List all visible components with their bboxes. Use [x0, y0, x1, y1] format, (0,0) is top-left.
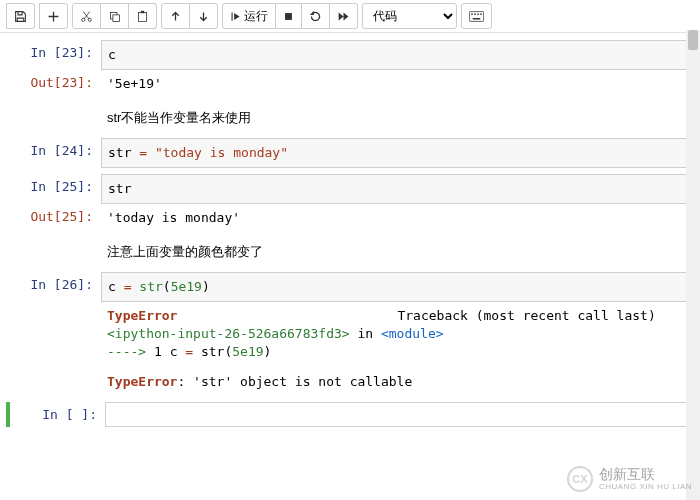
cut-icon [80, 10, 93, 23]
copy-icon [108, 10, 121, 23]
out-prompt: Out[23]: [6, 70, 101, 98]
move-down-button[interactable] [190, 3, 218, 29]
code-input[interactable]: str = "today is monday" [101, 138, 694, 168]
code-cell[interactable]: In [26]: c = str(5e19) TypeErrorTracebac… [6, 272, 694, 396]
code-cell[interactable]: In [24]: str = "today is monday" [6, 138, 694, 168]
copy-button[interactable] [101, 3, 129, 29]
code-input[interactable]: c = str(5e19) [101, 272, 694, 302]
keyboard-icon [469, 11, 484, 22]
stop-icon [283, 11, 294, 22]
notebook-cells: In [23]: c Out[23]: '5e+19' str不能当作变量名来使… [0, 33, 700, 427]
in-prompt: In [26]: [6, 272, 101, 302]
arrow-up-icon [169, 10, 182, 23]
svg-rect-3 [113, 14, 120, 21]
plus-icon [47, 10, 60, 23]
code-cell[interactable]: In [23]: c Out[23]: '5e+19' [6, 40, 694, 98]
restart-run-all-button[interactable] [330, 3, 358, 29]
svg-rect-7 [469, 11, 483, 21]
run-label: 运行 [244, 10, 268, 22]
watermark: CX 创新互联 CHUANG XIN HU LIAN [567, 466, 692, 492]
run-icon [230, 11, 241, 22]
output-text: '5e+19' [101, 70, 694, 98]
code-input[interactable]: c [101, 40, 694, 70]
in-prompt: In [24]: [6, 138, 101, 168]
svg-rect-4 [138, 12, 146, 21]
markdown-text: str不能当作变量名来使用 [101, 104, 694, 132]
out-prompt: Out[25]: [6, 204, 101, 232]
watermark-logo-icon: CX [567, 466, 593, 492]
svg-rect-10 [477, 13, 479, 15]
scroll-thumb[interactable] [688, 30, 698, 50]
error-output: TypeErrorTraceback (most recent call las… [101, 302, 694, 396]
code-cell[interactable]: In [25]: str Out[25]: 'today is monday' [6, 174, 694, 232]
markdown-text: 注意上面变量的颜色都变了 [101, 238, 694, 266]
save-button[interactable] [6, 3, 35, 29]
code-input[interactable]: str [101, 174, 694, 204]
cut-button[interactable] [72, 3, 101, 29]
svg-rect-12 [473, 18, 481, 20]
move-up-button[interactable] [161, 3, 190, 29]
svg-rect-9 [474, 13, 476, 15]
arrow-down-icon [197, 10, 210, 23]
insert-cell-button[interactable] [39, 3, 68, 29]
paste-button[interactable] [129, 3, 157, 29]
paste-icon [136, 10, 149, 23]
markdown-cell[interactable]: str不能当作变量名来使用 [6, 104, 694, 132]
svg-rect-6 [285, 13, 292, 20]
code-cell[interactable]: In [ ]: [6, 402, 694, 427]
output-text: 'today is monday' [101, 204, 694, 232]
celltype-select[interactable]: 代码 [362, 3, 457, 29]
command-palette-button[interactable] [461, 3, 492, 29]
save-icon [14, 10, 27, 23]
fast-forward-icon [337, 10, 350, 23]
code-input[interactable] [105, 402, 694, 427]
interrupt-button[interactable] [276, 3, 302, 29]
scrollbar[interactable] [686, 30, 700, 500]
in-prompt: In [25]: [6, 174, 101, 204]
restart-icon [309, 10, 322, 23]
svg-rect-11 [480, 13, 482, 15]
restart-button[interactable] [302, 3, 330, 29]
toolbar: 运行 代码 [0, 0, 700, 33]
svg-rect-5 [141, 10, 144, 12]
in-prompt: In [ ]: [10, 402, 105, 427]
run-button[interactable]: 运行 [222, 3, 276, 29]
in-prompt: In [23]: [6, 40, 101, 70]
svg-rect-8 [471, 13, 473, 15]
markdown-cell[interactable]: 注意上面变量的颜色都变了 [6, 238, 694, 266]
